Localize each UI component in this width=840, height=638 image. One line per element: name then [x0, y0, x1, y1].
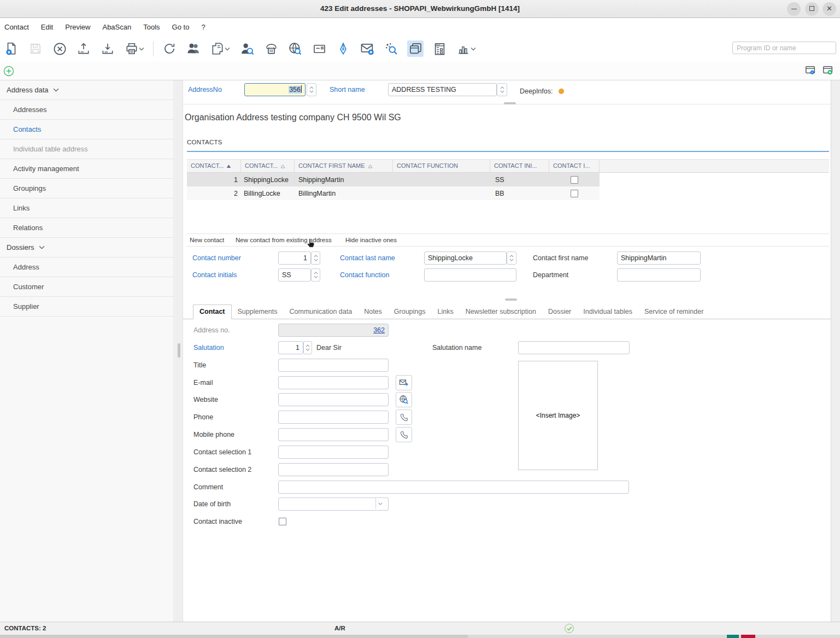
tab-dossier[interactable]: Dossier	[542, 305, 577, 319]
contact-inactive-checkbox[interactable]	[571, 190, 578, 197]
contact-inactive-checkbox[interactable]	[571, 176, 578, 184]
sidebar-item-address[interactable]: Address	[0, 257, 174, 277]
window-add-icon[interactable]	[822, 65, 834, 77]
contact-initials-label[interactable]: Contact initials	[192, 268, 237, 282]
sidebar-item-supplier[interactable]: Supplier	[0, 297, 174, 317]
copy-document-button[interactable]	[209, 40, 231, 57]
addressno-input[interactable]: 356	[244, 83, 306, 96]
dial-mobile-button[interactable]	[396, 427, 412, 442]
splitter-handle[interactable]	[504, 102, 516, 104]
tab-newsletter-subscription[interactable]: Newsletter subscription	[460, 305, 542, 319]
title-input[interactable]	[278, 359, 389, 372]
main-scrollbar[interactable]	[831, 80, 840, 622]
menu-goto[interactable]: Go to	[172, 23, 190, 31]
contact-last-name-input[interactable]: ShippingLocke	[424, 251, 507, 265]
tab-supplements[interactable]: Supplements	[232, 305, 284, 319]
contact-image-placeholder[interactable]: <Insert Image>	[518, 361, 598, 470]
department-input[interactable]	[617, 268, 701, 282]
sidebar-section-dossiers[interactable]: Dossiers	[0, 238, 174, 257]
menu-abascan[interactable]: AbaScan	[102, 23, 131, 31]
salutation-input[interactable]: 1	[278, 341, 303, 354]
sidebar-scrollbar-thumb[interactable]	[178, 343, 180, 358]
sidebar-item-individual-table-address[interactable]: Individual table address	[0, 139, 174, 159]
contact-last-name-label[interactable]: Contact last name	[340, 251, 395, 265]
short-name-label[interactable]: Short name	[330, 83, 365, 96]
contact-function-label[interactable]: Contact function	[340, 268, 389, 282]
salutation-spinner[interactable]	[303, 341, 312, 354]
hide-inactive-link[interactable]: Hide inactive ones	[345, 234, 397, 247]
close-button[interactable]: ✕	[823, 2, 836, 16]
addressno-spinner[interactable]	[307, 83, 316, 96]
column-header-contact-initials[interactable]: CONTACT INI...	[490, 160, 549, 172]
date-dropdown-button[interactable]	[375, 498, 385, 509]
tab-links[interactable]: Links	[432, 305, 460, 319]
mobile-phone-input[interactable]	[278, 428, 389, 441]
new-mail-button[interactable]	[359, 40, 375, 57]
new-contact-from-existing-link[interactable]: New contact from existing address	[236, 234, 332, 247]
column-header-contact-function[interactable]: CONTACT FUNCTION	[393, 160, 490, 172]
new-document-button[interactable]	[3, 40, 20, 57]
short-name-input[interactable]: ADDRESS TESTING	[388, 83, 497, 96]
minimize-button[interactable]	[787, 2, 801, 16]
date-of-birth-input[interactable]	[278, 497, 389, 511]
sidebar-item-addresses[interactable]: Addresses	[0, 100, 174, 120]
contact-number-label[interactable]: Contact number	[192, 251, 241, 265]
sidebar-item-customer[interactable]: Customer	[0, 277, 174, 297]
column-header-contact-number[interactable]: CONTACT...	[187, 160, 241, 172]
contact-initials-input[interactable]: SS	[278, 268, 311, 282]
window-settings-icon[interactable]	[804, 65, 816, 77]
contacts-button[interactable]	[185, 40, 202, 57]
send-email-button[interactable]	[396, 375, 412, 390]
export-button[interactable]	[75, 40, 92, 57]
program-search-input[interactable]	[732, 42, 836, 54]
sidebar-section-address-data[interactable]: Address data	[0, 80, 174, 100]
cancel-button[interactable]	[51, 40, 68, 57]
comment-input[interactable]	[278, 481, 629, 494]
chart-button[interactable]	[455, 40, 477, 57]
menu-help[interactable]: ?	[201, 23, 205, 31]
pen-button[interactable]	[335, 40, 351, 57]
sidebar-item-groupings[interactable]: Groupings	[0, 179, 174, 198]
tab-individual-tables[interactable]: Individual tables	[577, 305, 638, 319]
table-row[interactable]: 1 ShippingLocke ShippingMartin SS	[187, 173, 600, 186]
dial-phone-button[interactable]	[396, 409, 412, 425]
address-no-link[interactable]: 362	[373, 324, 385, 336]
maximize-button[interactable]	[805, 2, 819, 16]
contact-first-name-input[interactable]: ShippingMartin	[617, 251, 701, 265]
menu-contact[interactable]: Contact	[4, 23, 29, 31]
contact-initials-spinner[interactable]	[311, 268, 320, 282]
website-input[interactable]	[278, 393, 389, 406]
sidebar-item-contacts[interactable]: Contacts	[0, 120, 174, 139]
save-button[interactable]	[27, 40, 44, 57]
tab-groupings[interactable]: Groupings	[388, 305, 432, 319]
phone-button[interactable]	[263, 40, 279, 57]
contact-number-input[interactable]: 1	[278, 251, 311, 265]
table-row[interactable]: 2 BillingLocke BillingMartin BB	[187, 186, 600, 200]
program-window-button[interactable]	[407, 40, 424, 57]
short-name-spinner[interactable]	[497, 83, 507, 96]
tab-contact[interactable]: Contact	[193, 305, 232, 319]
column-header-contact-firstname[interactable]: CONTACT FIRST NAME	[295, 160, 393, 172]
web-search-button[interactable]	[287, 40, 303, 57]
scan-search-button[interactable]	[383, 40, 400, 57]
contact-number-spinner[interactable]	[311, 251, 320, 265]
refresh-button[interactable]	[161, 40, 178, 57]
import-button[interactable]	[99, 40, 116, 57]
addressno-label[interactable]: AddressNo	[188, 83, 222, 96]
add-record-icon[interactable]	[3, 66, 14, 77]
splitter-handle[interactable]	[505, 298, 517, 301]
tab-service-of-reminder[interactable]: Service of reminder	[638, 305, 709, 319]
salutation-name-input[interactable]	[518, 341, 630, 354]
tab-notes[interactable]: Notes	[358, 305, 388, 319]
contact-inactive-checkbox[interactable]	[279, 518, 286, 525]
sidebar-item-relations[interactable]: Relations	[0, 218, 174, 238]
address-card-button[interactable]	[311, 40, 327, 57]
form-view-button[interactable]	[431, 40, 448, 57]
column-header-contact-lastname[interactable]: CONTACT...	[241, 160, 295, 172]
email-input[interactable]	[278, 376, 389, 389]
contact-selection2-input[interactable]	[278, 463, 389, 476]
column-header-contact-inactive[interactable]: CONTACT I...	[549, 160, 600, 172]
menu-tools[interactable]: Tools	[143, 23, 160, 31]
contact-function-input[interactable]	[424, 268, 516, 282]
sidebar-item-activity-management[interactable]: Activity management	[0, 159, 174, 179]
